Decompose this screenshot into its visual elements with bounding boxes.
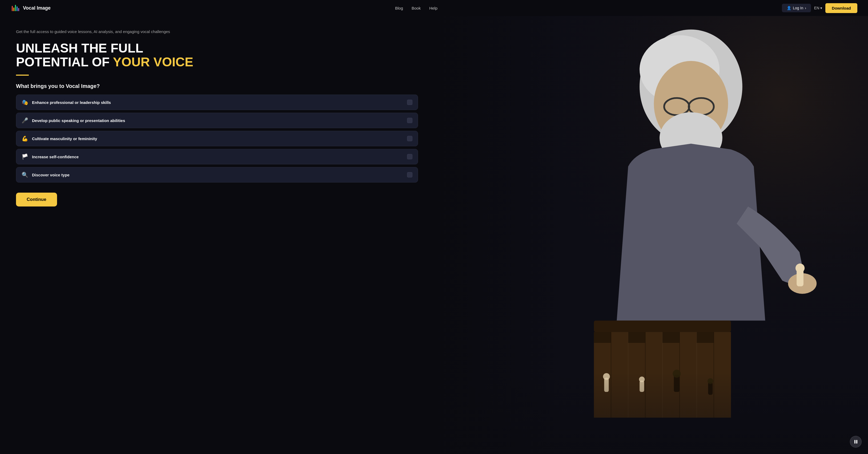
language-button[interactable]: EN ▾ bbox=[814, 6, 822, 10]
svg-rect-39 bbox=[434, 16, 868, 454]
option-masculinity-icon: 💪 bbox=[22, 135, 28, 142]
person-icon: 👤 bbox=[787, 6, 791, 10]
option-professional[interactable]: 🎭 Enhance professional or leadership ski… bbox=[16, 95, 418, 110]
title-divider bbox=[16, 75, 29, 76]
pause-button[interactable] bbox=[850, 436, 862, 448]
options-list: 🎭 Enhance professional or leadership ski… bbox=[16, 95, 418, 183]
brand-name: Vocal Image bbox=[23, 5, 51, 11]
svg-rect-3 bbox=[17, 6, 18, 11]
option-speaking-label: Develop public speaking or presentation … bbox=[32, 118, 125, 123]
option-confidence-icon: 🏳️ bbox=[22, 154, 28, 160]
login-label: Log In bbox=[793, 6, 803, 10]
option-voice-type-checkbox[interactable] bbox=[407, 172, 412, 177]
logo-icon bbox=[11, 3, 20, 13]
option-speaking[interactable]: 🎤 Develop public speaking or presentatio… bbox=[16, 113, 418, 128]
hero-title-highlight: YOUR VOICE bbox=[113, 55, 193, 69]
login-button[interactable]: 👤 Log In › bbox=[782, 4, 811, 12]
option-confidence[interactable]: 🏳️ Increase self-confidence bbox=[16, 149, 418, 164]
question-title: What brings you to Vocal Image? bbox=[16, 83, 418, 89]
svg-rect-2 bbox=[15, 5, 16, 11]
option-professional-checkbox[interactable] bbox=[407, 100, 412, 105]
option-confidence-label: Increase self-confidence bbox=[32, 155, 79, 159]
option-professional-label: Enhance professional or leadership skill… bbox=[32, 100, 111, 105]
chevron-right-icon: › bbox=[805, 6, 806, 10]
svg-rect-4 bbox=[18, 8, 19, 11]
option-voice-type-icon: 🔍 bbox=[22, 171, 28, 178]
left-panel: Get the full access to guided voice less… bbox=[0, 16, 434, 454]
option-masculinity-label: Cultivate masculinity or femininity bbox=[32, 136, 97, 141]
navbar-actions: 👤 Log In › EN ▾ Download bbox=[782, 3, 857, 13]
svg-rect-1 bbox=[13, 7, 14, 11]
right-panel bbox=[434, 16, 868, 454]
nav-help[interactable]: Help bbox=[429, 6, 437, 10]
hero-background bbox=[434, 16, 868, 454]
option-voice-type[interactable]: 🔍 Discover voice type bbox=[16, 167, 418, 183]
navbar-brand: Vocal Image bbox=[11, 3, 51, 13]
option-professional-icon: 🎭 bbox=[22, 99, 28, 105]
nav-book[interactable]: Book bbox=[412, 6, 421, 10]
option-masculinity-checkbox[interactable] bbox=[407, 136, 412, 141]
option-voice-type-label: Discover voice type bbox=[32, 173, 69, 177]
chevron-down-icon: ▾ bbox=[820, 6, 822, 10]
navbar: Vocal Image Blog Book Help 👤 Log In › EN… bbox=[0, 0, 868, 16]
option-speaking-icon: 🎤 bbox=[22, 117, 28, 124]
download-button[interactable]: Download bbox=[825, 3, 857, 13]
lang-label: EN bbox=[814, 6, 819, 10]
continue-button[interactable]: Continue bbox=[16, 193, 57, 206]
option-masculinity[interactable]: 💪 Cultivate masculinity or femininity bbox=[16, 131, 418, 146]
hero-title: UNLEASH THE FULLPOTENTIAL OF YOUR VOICE bbox=[16, 41, 418, 69]
pause-icon bbox=[855, 440, 857, 444]
hero-subtitle: Get the full access to guided voice less… bbox=[16, 29, 418, 35]
option-confidence-checkbox[interactable] bbox=[407, 154, 412, 159]
navbar-links: Blog Book Help bbox=[395, 6, 437, 10]
nav-blog[interactable]: Blog bbox=[395, 6, 403, 10]
svg-rect-0 bbox=[12, 6, 13, 11]
main-content: Get the full access to guided voice less… bbox=[0, 16, 868, 454]
option-speaking-checkbox[interactable] bbox=[407, 118, 412, 123]
